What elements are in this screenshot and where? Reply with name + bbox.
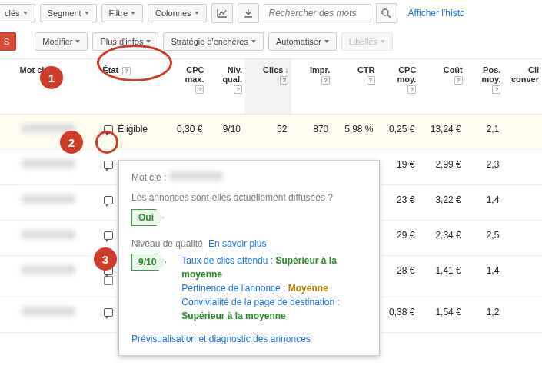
col-maxcpc[interactable]: CPC max.? [166, 59, 208, 115]
annotation-1: 1 [40, 66, 63, 89]
keyword-cell [22, 230, 75, 239]
keyword-cell [22, 265, 75, 274]
status-text: Éligible [118, 124, 148, 135]
landing-page-line: Convivialité de la page de destination :… [181, 295, 367, 323]
popup-quality-label: Niveau de qualité [131, 238, 203, 249]
svg-point-0 [382, 9, 388, 15]
speech-bubble-icon[interactable] [104, 308, 113, 317]
popup-serving-question: Les annonces sont-elles actuellement dif… [131, 192, 367, 203]
keyword-cell [22, 307, 75, 316]
speech-bubble-icon[interactable] [104, 161, 113, 169]
col-avgpos[interactable]: Pos. moy.? [466, 59, 504, 115]
filter-button[interactable]: Filtre [101, 4, 143, 22]
automate-button[interactable]: Automatiser [268, 32, 337, 51]
col-impr[interactable]: Impr.? [291, 59, 333, 115]
col-quality[interactable]: Niv. qual.? [207, 59, 245, 115]
chart-icon[interactable] [211, 3, 233, 23]
speech-bubble-icon[interactable] [104, 231, 113, 240]
col-cost[interactable]: Coût? [419, 59, 465, 115]
col-avgcpc[interactable]: CPC moy.? [378, 59, 420, 115]
history-link[interactable]: Afficher l'histc [408, 8, 464, 18]
annotation-circle-etat [97, 45, 172, 81]
expected-ctr-line: Taux de clics attendu : Supérieur à la m… [181, 254, 367, 281]
learn-more-link[interactable]: En savoir plus [208, 238, 266, 249]
status-popup: Mot clé : Les annonces sont-elles actuel… [118, 160, 380, 356]
speech-bubble-icon[interactable] [104, 196, 113, 204]
quality-score-pill: 9/10 [131, 254, 166, 271]
col-ctr[interactable]: CTR? [333, 59, 377, 115]
search-input[interactable] [264, 4, 371, 22]
status-s-button[interactable]: S [0, 32, 16, 51]
col-clicks[interactable]: Clics↓? [245, 59, 291, 115]
annotation-3: 3 [94, 247, 117, 271]
popup-serving-yes: Oui [131, 209, 164, 226]
col-conv[interactable]: Cli conver [504, 59, 542, 115]
keyword-cell [22, 159, 75, 168]
segment-button[interactable]: Segment [40, 4, 97, 22]
labels-button[interactable]: Libellés [341, 32, 393, 51]
search-icon[interactable] [376, 3, 397, 23]
ad-preview-link[interactable]: Prévisualisation et diagnostic des annon… [131, 334, 311, 344]
annotation-circle-bubble [95, 131, 118, 154]
popup-keyword-value [169, 171, 223, 181]
modify-button[interactable]: Modifier [35, 32, 88, 51]
columns-button[interactable]: Colonnes [148, 4, 206, 22]
keyword-cell [22, 194, 75, 204]
annotation-2: 2 [60, 131, 83, 154]
download-icon[interactable] [238, 3, 259, 23]
bid-strategy-button[interactable]: Stratégie d'enchères [163, 32, 264, 51]
keywords-fragment: clés [0, 4, 35, 22]
ad-relevance-line: Pertinence de l'annonce : Moyenne [181, 281, 367, 295]
popup-keyword-label: Mot clé : [131, 172, 166, 183]
